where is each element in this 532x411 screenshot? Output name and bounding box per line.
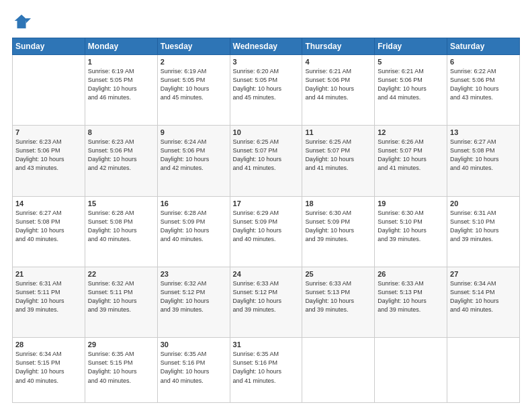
calendar-cell: 26Sunrise: 6:33 AM Sunset: 5:13 PM Dayli… <box>375 267 447 338</box>
day-number: 16 <box>161 199 227 208</box>
day-info: Sunrise: 6:25 AM Sunset: 5:07 PM Dayligh… <box>305 138 371 173</box>
calendar-cell: 10Sunrise: 6:25 AM Sunset: 5:07 PM Dayli… <box>230 126 302 196</box>
calendar-week-4: 21Sunrise: 6:31 AM Sunset: 5:11 PM Dayli… <box>13 267 520 338</box>
calendar-cell: 24Sunrise: 6:33 AM Sunset: 5:12 PM Dayli… <box>230 267 302 338</box>
calendar-header-row: SundayMondayTuesdayWednesdayThursdayFrid… <box>13 38 520 55</box>
day-info: Sunrise: 6:22 AM Sunset: 5:06 PM Dayligh… <box>450 67 517 102</box>
day-info: Sunrise: 6:33 AM Sunset: 5:13 PM Dayligh… <box>305 279 371 314</box>
calendar-cell: 13Sunrise: 6:27 AM Sunset: 5:08 PM Dayli… <box>447 126 520 196</box>
day-number: 5 <box>378 58 444 66</box>
calendar-header-saturday: Saturday <box>447 38 520 55</box>
day-number: 27 <box>450 270 517 278</box>
day-info: Sunrise: 6:20 AM Sunset: 5:05 PM Dayligh… <box>233 67 300 102</box>
calendar-cell: 20Sunrise: 6:31 AM Sunset: 5:10 PM Dayli… <box>447 196 520 267</box>
day-info: Sunrise: 6:28 AM Sunset: 5:08 PM Dayligh… <box>88 209 154 244</box>
day-info: Sunrise: 6:23 AM Sunset: 5:06 PM Dayligh… <box>88 138 154 173</box>
day-info: Sunrise: 6:27 AM Sunset: 5:08 PM Dayligh… <box>15 209 82 244</box>
day-info: Sunrise: 6:26 AM Sunset: 5:07 PM Dayligh… <box>378 138 444 173</box>
day-number: 2 <box>161 58 227 66</box>
day-info: Sunrise: 6:31 AM Sunset: 5:10 PM Dayligh… <box>450 209 517 244</box>
day-info: Sunrise: 6:24 AM Sunset: 5:06 PM Dayligh… <box>161 138 227 173</box>
calendar-cell: 14Sunrise: 6:27 AM Sunset: 5:08 PM Dayli… <box>13 196 85 267</box>
day-number: 14 <box>15 199 82 208</box>
calendar-cell <box>13 55 85 126</box>
calendar-cell: 16Sunrise: 6:28 AM Sunset: 5:09 PM Dayli… <box>157 196 230 267</box>
calendar-cell: 27Sunrise: 6:34 AM Sunset: 5:14 PM Dayli… <box>447 267 520 338</box>
day-number: 13 <box>450 128 517 136</box>
day-number: 3 <box>233 58 300 66</box>
day-number: 20 <box>450 199 517 208</box>
day-number: 19 <box>378 199 444 208</box>
calendar-week-3: 14Sunrise: 6:27 AM Sunset: 5:08 PM Dayli… <box>13 196 520 267</box>
calendar-header-friday: Friday <box>375 38 447 55</box>
calendar-cell: 18Sunrise: 6:30 AM Sunset: 5:09 PM Dayli… <box>302 196 375 267</box>
day-info: Sunrise: 6:29 AM Sunset: 5:09 PM Dayligh… <box>233 209 300 244</box>
calendar-week-2: 7Sunrise: 6:23 AM Sunset: 5:06 PM Daylig… <box>13 126 520 196</box>
day-number: 22 <box>88 270 154 278</box>
day-number: 7 <box>15 128 82 136</box>
calendar-cell <box>447 338 520 403</box>
day-number: 26 <box>378 270 444 278</box>
day-info: Sunrise: 6:30 AM Sunset: 5:09 PM Dayligh… <box>305 209 371 244</box>
header <box>12 12 520 31</box>
day-number: 1 <box>88 58 154 66</box>
svg-marker-1 <box>26 18 31 23</box>
day-info: Sunrise: 6:33 AM Sunset: 5:13 PM Dayligh… <box>378 279 444 314</box>
calendar-cell: 21Sunrise: 6:31 AM Sunset: 5:11 PM Dayli… <box>13 267 85 338</box>
calendar-cell: 22Sunrise: 6:32 AM Sunset: 5:11 PM Dayli… <box>85 267 157 338</box>
day-number: 25 <box>305 270 371 278</box>
day-number: 29 <box>88 340 154 349</box>
day-number: 21 <box>15 270 82 278</box>
day-number: 18 <box>305 199 371 208</box>
calendar-cell: 8Sunrise: 6:23 AM Sunset: 5:06 PM Daylig… <box>85 126 157 196</box>
calendar-cell: 17Sunrise: 6:29 AM Sunset: 5:09 PM Dayli… <box>230 196 302 267</box>
calendar-cell: 12Sunrise: 6:26 AM Sunset: 5:07 PM Dayli… <box>375 126 447 196</box>
calendar-cell: 6Sunrise: 6:22 AM Sunset: 5:06 PM Daylig… <box>447 55 520 126</box>
calendar-week-5: 28Sunrise: 6:34 AM Sunset: 5:15 PM Dayli… <box>13 338 520 403</box>
calendar-cell: 28Sunrise: 6:34 AM Sunset: 5:15 PM Dayli… <box>13 338 85 403</box>
calendar-header-tuesday: Tuesday <box>157 38 230 55</box>
day-number: 4 <box>305 58 371 66</box>
calendar-cell: 2Sunrise: 6:19 AM Sunset: 5:05 PM Daylig… <box>157 55 230 126</box>
calendar-cell: 7Sunrise: 6:23 AM Sunset: 5:06 PM Daylig… <box>13 126 85 196</box>
day-info: Sunrise: 6:28 AM Sunset: 5:09 PM Dayligh… <box>161 209 227 244</box>
calendar-cell <box>302 338 375 403</box>
calendar-cell: 9Sunrise: 6:24 AM Sunset: 5:06 PM Daylig… <box>157 126 230 196</box>
day-info: Sunrise: 6:19 AM Sunset: 5:05 PM Dayligh… <box>161 67 227 102</box>
calendar-table: SundayMondayTuesdayWednesdayThursdayFrid… <box>12 38 520 403</box>
calendar-cell: 29Sunrise: 6:35 AM Sunset: 5:15 PM Dayli… <box>85 338 157 403</box>
logo <box>12 12 34 31</box>
day-info: Sunrise: 6:27 AM Sunset: 5:08 PM Dayligh… <box>450 138 517 173</box>
day-info: Sunrise: 6:35 AM Sunset: 5:16 PM Dayligh… <box>161 350 227 385</box>
calendar-cell: 23Sunrise: 6:32 AM Sunset: 5:12 PM Dayli… <box>157 267 230 338</box>
calendar-header-wednesday: Wednesday <box>230 38 302 55</box>
calendar-header-thursday: Thursday <box>302 38 375 55</box>
day-number: 23 <box>161 270 227 278</box>
day-info: Sunrise: 6:35 AM Sunset: 5:15 PM Dayligh… <box>88 350 154 385</box>
day-info: Sunrise: 6:21 AM Sunset: 5:06 PM Dayligh… <box>305 67 371 102</box>
calendar-cell: 5Sunrise: 6:21 AM Sunset: 5:06 PM Daylig… <box>375 55 447 126</box>
calendar-cell: 15Sunrise: 6:28 AM Sunset: 5:08 PM Dayli… <box>85 196 157 267</box>
day-number: 15 <box>88 199 154 208</box>
day-number: 17 <box>233 199 300 208</box>
day-info: Sunrise: 6:25 AM Sunset: 5:07 PM Dayligh… <box>233 138 300 173</box>
calendar-header-sunday: Sunday <box>13 38 85 55</box>
calendar-cell: 3Sunrise: 6:20 AM Sunset: 5:05 PM Daylig… <box>230 55 302 126</box>
calendar-cell: 4Sunrise: 6:21 AM Sunset: 5:06 PM Daylig… <box>302 55 375 126</box>
day-info: Sunrise: 6:34 AM Sunset: 5:15 PM Dayligh… <box>15 350 82 385</box>
day-info: Sunrise: 6:23 AM Sunset: 5:06 PM Dayligh… <box>15 138 82 173</box>
calendar-cell <box>375 338 447 403</box>
calendar-week-1: 1Sunrise: 6:19 AM Sunset: 5:05 PM Daylig… <box>13 55 520 126</box>
day-info: Sunrise: 6:32 AM Sunset: 5:12 PM Dayligh… <box>161 279 227 314</box>
day-info: Sunrise: 6:33 AM Sunset: 5:12 PM Dayligh… <box>233 279 300 314</box>
calendar-cell: 30Sunrise: 6:35 AM Sunset: 5:16 PM Dayli… <box>157 338 230 403</box>
day-number: 11 <box>305 128 371 136</box>
day-number: 30 <box>161 340 227 349</box>
day-info: Sunrise: 6:35 AM Sunset: 5:16 PM Dayligh… <box>233 350 300 385</box>
day-number: 28 <box>15 340 82 349</box>
calendar-cell: 1Sunrise: 6:19 AM Sunset: 5:05 PM Daylig… <box>85 55 157 126</box>
day-info: Sunrise: 6:21 AM Sunset: 5:06 PM Dayligh… <box>378 67 444 102</box>
calendar-cell: 11Sunrise: 6:25 AM Sunset: 5:07 PM Dayli… <box>302 126 375 196</box>
day-info: Sunrise: 6:34 AM Sunset: 5:14 PM Dayligh… <box>450 279 517 314</box>
day-info: Sunrise: 6:31 AM Sunset: 5:11 PM Dayligh… <box>15 279 82 314</box>
